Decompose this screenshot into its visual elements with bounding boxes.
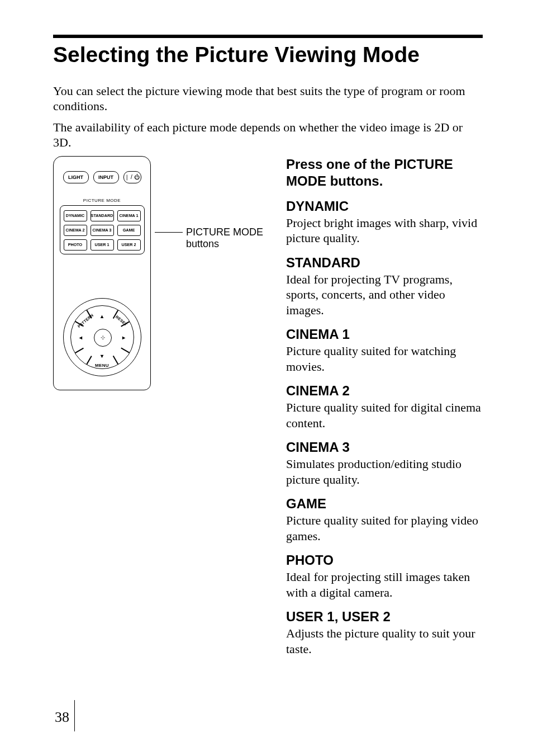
mode-desc: Picture quality suited for digital cinem…: [286, 400, 483, 431]
mode-title: STANDARD: [286, 255, 483, 271]
remote-illustration: LIGHT INPUT ❘ / ⏻ PICTURE MODE DYNAMIC S…: [53, 156, 154, 390]
dpad-center: ⊹: [94, 329, 112, 347]
mode-user-block: USER 1, USER 2 Adjusts the picture quali…: [286, 609, 483, 656]
mode-user1: USER 1: [91, 239, 114, 251]
mode-photo-block: PHOTO Ideal for projecting still images …: [286, 552, 483, 600]
mode-game-block: GAME Picture quality suited for playing …: [286, 496, 483, 544]
remote-spacer: [58, 260, 146, 288]
mode-dynamic: DYNAMIC: [64, 210, 87, 221]
mode-title: USER 1, USER 2: [286, 609, 483, 625]
callout-line: [155, 232, 183, 233]
mode-cinema1-block: CINEMA 1 Picture quality suited for watc…: [286, 327, 483, 374]
mode-standard: STANDARD: [91, 210, 114, 221]
arrow-right-icon: ▸: [122, 334, 125, 340]
menu-label: MENU: [95, 363, 109, 368]
mode-cinema2-block: CINEMA 2 Picture quality suited for digi…: [286, 383, 483, 431]
instruction: Press one of the PICTURE MODE buttons.: [286, 156, 483, 190]
mode-desc: Ideal for projecting still images taken …: [286, 569, 483, 600]
intro-paragraph-2: The availability of each picture mode de…: [53, 120, 483, 150]
mode-cinema1: CINEMA 1: [117, 210, 141, 221]
input-button: INPUT: [93, 171, 119, 183]
power-button: ❘ / ⏻: [123, 171, 141, 183]
remote-top-row: LIGHT INPUT ❘ / ⏻: [63, 171, 141, 183]
mode-title: GAME: [286, 496, 483, 512]
content-columns: LIGHT INPUT ❘ / ⏻ PICTURE MODE DYNAMIC S…: [53, 156, 483, 666]
mode-title: CINEMA 1: [286, 327, 483, 342]
mode-dynamic-block: DYNAMIC Project bright images with sharp…: [286, 199, 483, 246]
intro-paragraph-1: You can select the picture viewing mode …: [53, 83, 483, 114]
mode-desc: Ideal for projecting TV programs, sports…: [286, 272, 483, 318]
light-button: LIGHT: [63, 171, 89, 183]
mode-desc: Adjusts the picture quality to suit your…: [286, 626, 483, 656]
mode-photo: PHOTO: [64, 239, 87, 251]
callout-line1: PICTURE MODE: [186, 226, 263, 238]
left-column: LIGHT INPUT ❘ / ⏻ PICTURE MODE DYNAMIC S…: [53, 156, 273, 390]
power-icon: ❘ / ⏻: [125, 174, 139, 180]
page-title: Selecting the Picture Viewing Mode: [53, 42, 483, 68]
top-rule: [53, 35, 483, 38]
mode-standard-block: STANDARD Ideal for projecting TV program…: [286, 255, 483, 318]
callout-line2: buttons: [186, 238, 219, 249]
mode-title: CINEMA 3: [286, 440, 483, 455]
mode-desc: Simulates production/editing studio pict…: [286, 456, 483, 487]
arrow-down-icon: ▾: [101, 353, 103, 359]
right-column: Press one of the PICTURE MODE buttons. D…: [286, 156, 483, 666]
picture-mode-label: PICTURE MODE: [58, 198, 146, 203]
dpad: ⊹ PATTERN RESET MENU ▴ ▾ ◂ ▸: [63, 298, 141, 376]
mode-desc: Picture quality suited for playing video…: [286, 513, 483, 544]
arrow-up-icon: ▴: [101, 313, 103, 319]
picture-mode-group: DYNAMIC STANDARD CINEMA 1 CINEMA 2 CINEM…: [60, 205, 145, 254]
mode-desc: Project bright images with sharp, vivid …: [286, 215, 483, 246]
mode-cinema3-block: CINEMA 3 Simulates production/editing st…: [286, 440, 483, 487]
mode-cinema2: CINEMA 2: [64, 225, 87, 236]
mode-title: CINEMA 2: [286, 383, 483, 399]
arrow-left-icon: ◂: [79, 334, 82, 340]
mode-game: GAME: [117, 225, 141, 236]
page-number: 38: [55, 709, 69, 726]
mode-cinema3: CINEMA 3: [91, 225, 114, 236]
callout-text: PICTURE MODE buttons: [186, 226, 273, 249]
page-number-tick: [74, 700, 75, 731]
mode-title: PHOTO: [286, 552, 483, 568]
remote-body: LIGHT INPUT ❘ / ⏻ PICTURE MODE DYNAMIC S…: [53, 156, 151, 390]
mode-title: DYNAMIC: [286, 199, 483, 214]
mode-desc: Picture quality suited for watching movi…: [286, 343, 483, 374]
callout: PICTURE MODE buttons: [161, 226, 273, 249]
page: Selecting the Picture Viewing Mode You c…: [0, 0, 533, 756]
mode-user2: USER 2: [117, 239, 141, 251]
